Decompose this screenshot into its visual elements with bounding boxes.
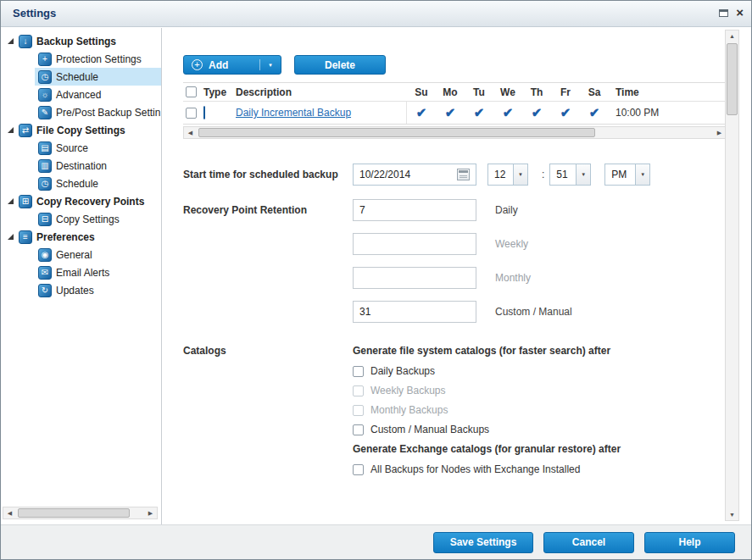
- sidebar-item-copy-recovery-points[interactable]: ⊞ Copy Recovery Points: [1, 192, 161, 210]
- expand-triangle-icon[interactable]: [8, 38, 14, 44]
- scroll-down-icon[interactable]: ▼: [727, 509, 738, 520]
- sidebar-item-label: Source: [56, 142, 88, 154]
- select-all-checkbox[interactable]: [186, 86, 197, 97]
- daily-retention-input[interactable]: [353, 199, 476, 221]
- main-vertical-scrollbar[interactable]: ▲ ▼: [725, 30, 739, 521]
- minute-dropdown[interactable]: 51 ▼: [549, 164, 591, 186]
- sidebar-item-source[interactable]: ▤ Source: [35, 139, 161, 157]
- retention-label: Recovery Point Retention: [183, 199, 353, 216]
- sidebar-item-label: General: [56, 249, 92, 261]
- sidebar-item-schedule[interactable]: ◷ Schedule: [35, 68, 161, 86]
- cancel-button[interactable]: Cancel: [543, 532, 634, 553]
- scrollbar-thumb[interactable]: [18, 508, 130, 518]
- monthly-backups-checkbox: [353, 405, 364, 416]
- row-checkbox[interactable]: [186, 108, 197, 119]
- sidebar-item-email-alerts[interactable]: ✉ Email Alerts: [35, 263, 161, 281]
- table-horizontal-scrollbar[interactable]: ◀ ▶: [183, 126, 727, 139]
- day-check-su-icon: ✔: [416, 105, 427, 120]
- catalogs-options: Generate file system catalogs (for faste…: [353, 345, 621, 483]
- column-header-su: Su: [407, 86, 436, 98]
- exchange-backups-option[interactable]: All Backups for Nodes with Exchange Inst…: [353, 463, 621, 475]
- settings-tree: ↓ Backup Settings + Protection Settings …: [1, 28, 161, 299]
- chevron-down-icon[interactable]: ▼: [635, 164, 649, 185]
- sidebar-item-destination[interactable]: ▥ Destination: [35, 157, 161, 175]
- sidebar-item-protection-settings[interactable]: + Protection Settings: [35, 50, 161, 68]
- sidebar-item-preferences[interactable]: ≡ Preferences: [1, 228, 161, 246]
- sidebar-item-advanced[interactable]: ☼ Advanced: [35, 86, 161, 103]
- daily-backups-label: Daily Backups: [370, 365, 435, 377]
- settings-sidebar: ↓ Backup Settings + Protection Settings …: [1, 28, 162, 524]
- title-bar: Settings ×: [1, 1, 751, 27]
- hour-value: 12: [488, 169, 513, 180]
- expand-triangle-icon[interactable]: [8, 198, 14, 204]
- restore-icon[interactable]: [719, 9, 728, 17]
- sidebar-item-copy-settings[interactable]: ⊟ Copy Settings: [35, 210, 161, 228]
- day-check-fr-icon: ✔: [560, 105, 571, 120]
- custom-manual-backups-checkbox[interactable]: [353, 424, 364, 435]
- start-time-row: Start time for scheduled backup 10/22/20…: [183, 164, 727, 186]
- exchange-backups-checkbox[interactable]: [353, 464, 364, 475]
- chevron-down-icon[interactable]: ▼: [576, 164, 590, 185]
- sidebar-item-label: File Copy Settings: [36, 125, 125, 136]
- exchange-catalogs-heading: Generate Exchange catalogs (for granular…: [353, 443, 621, 455]
- add-button[interactable]: + Add ▼: [183, 55, 281, 75]
- sidebar-item-label: Copy Settings: [56, 213, 120, 225]
- sidebar-item-label: Preferences: [36, 231, 95, 243]
- scroll-left-icon[interactable]: ◀: [3, 507, 16, 518]
- scroll-right-icon[interactable]: ▶: [144, 507, 157, 518]
- sidebar-item-updates[interactable]: ↻ Updates: [35, 281, 161, 299]
- scrollbar-thumb[interactable]: [727, 43, 738, 115]
- general-icon: ◉: [38, 248, 52, 262]
- scroll-up-icon[interactable]: ▲: [727, 30, 738, 42]
- sidebar-item-file-copy-schedule[interactable]: ◷ Schedule: [35, 175, 161, 192]
- expand-triangle-icon[interactable]: [8, 127, 14, 133]
- daily-backups-checkbox[interactable]: [353, 366, 364, 377]
- column-header-fr: Fr: [551, 86, 580, 98]
- exchange-backups-label: All Backups for Nodes with Exchange Inst…: [370, 463, 580, 475]
- help-button[interactable]: Help: [644, 532, 735, 553]
- delete-button[interactable]: Delete: [294, 55, 386, 75]
- retention-monthly-row: Monthly: [353, 267, 572, 289]
- calendar-icon[interactable]: [457, 169, 470, 180]
- daily-retention-label: Daily: [495, 204, 518, 216]
- retention-weekly-row: Weekly: [353, 233, 572, 255]
- save-settings-label: Save Settings: [450, 536, 517, 548]
- close-icon[interactable]: ×: [736, 8, 744, 18]
- retention-daily-row: Daily: [353, 199, 572, 221]
- hour-dropdown[interactable]: 12 ▼: [487, 164, 528, 186]
- schedule-table: Type Description Su Mo Tu We Th Fr Sa Ti…: [183, 82, 727, 125]
- destination-icon: ▥: [38, 159, 52, 173]
- date-field[interactable]: 10/22/2014: [353, 164, 476, 186]
- schedule-panel: + Add ▼ Delete Type Description Su Mo Tu…: [163, 28, 751, 524]
- sidebar-horizontal-scrollbar[interactable]: ◀ ▶: [3, 507, 158, 519]
- sidebar-item-general[interactable]: ◉ General: [35, 246, 161, 263]
- window-controls: ×: [719, 8, 744, 18]
- backup-settings-icon: ↓: [19, 35, 32, 48]
- daily-backups-option[interactable]: Daily Backups: [353, 365, 621, 377]
- monthly-retention-input[interactable]: [353, 267, 476, 289]
- day-check-mo-icon: ✔: [445, 105, 456, 120]
- chevron-down-icon[interactable]: ▼: [513, 164, 527, 185]
- table-row: Daily Incremental Backup ✔ ✔ ✔ ✔ ✔ ✔ ✔ 1…: [183, 102, 727, 124]
- schedule-toolbar: + Add ▼ Delete: [183, 55, 727, 75]
- expand-triangle-icon[interactable]: [8, 234, 14, 240]
- save-settings-button[interactable]: Save Settings: [433, 532, 533, 553]
- weekly-retention-input[interactable]: [353, 233, 476, 255]
- column-header-type: Type: [203, 86, 236, 98]
- add-dropdown-caret-icon[interactable]: ▼: [259, 59, 273, 70]
- scroll-left-icon[interactable]: ◀: [184, 127, 197, 138]
- schedule-table-header: Type Description Su Mo Tu We Th Fr Sa Ti…: [183, 83, 727, 102]
- scrollbar-thumb[interactable]: [198, 128, 595, 137]
- custom-manual-backups-option[interactable]: Custom / Manual Backups: [353, 424, 621, 435]
- day-check-tu-icon: ✔: [474, 105, 485, 120]
- sidebar-item-file-copy-settings[interactable]: ⇄ File Copy Settings: [1, 121, 161, 139]
- pre-post-backup-icon: ✎: [38, 106, 52, 119]
- sidebar-item-label: Updates: [56, 285, 94, 297]
- custom-retention-input[interactable]: [353, 301, 476, 323]
- monthly-backups-label: Monthly Backups: [370, 404, 448, 416]
- ampm-dropdown[interactable]: PM ▼: [604, 164, 650, 186]
- sidebar-item-pre-post-backup[interactable]: ✎ Pre/Post Backup Settin: [35, 103, 161, 121]
- scroll-right-icon[interactable]: ▶: [713, 127, 726, 138]
- sidebar-item-backup-settings[interactable]: ↓ Backup Settings: [1, 32, 161, 50]
- schedule-description-link[interactable]: Daily Incremental Backup: [236, 107, 351, 119]
